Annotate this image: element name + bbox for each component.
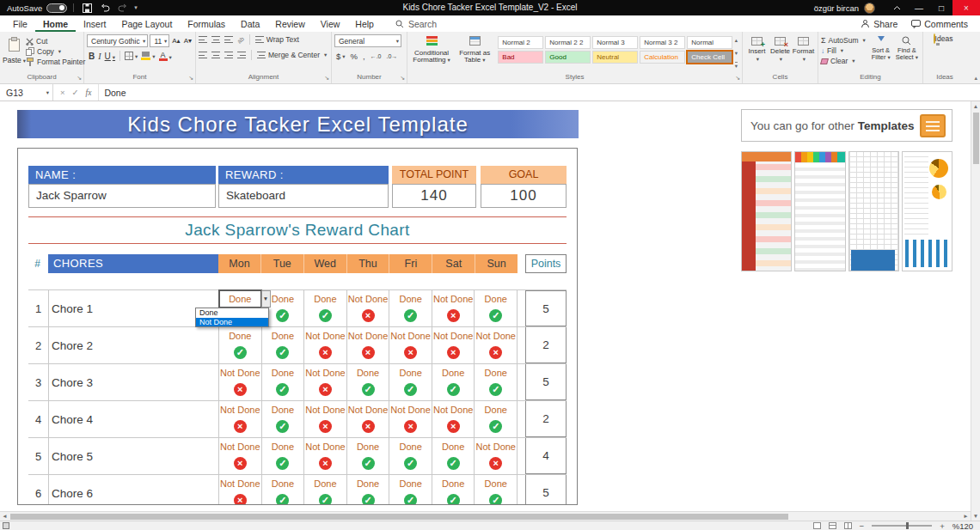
cut-button[interactable]: Cut	[26, 37, 85, 46]
chore-name-cell[interactable]: Chore 3	[48, 364, 218, 400]
scroll-left-arrow-icon[interactable]: ◄	[0, 512, 9, 521]
conditional-formatting-button[interactable]: Conditional Formatting▾	[410, 34, 453, 72]
status-cell[interactable]: Not Done×	[389, 327, 432, 363]
font-family-select[interactable]: Century Gothic▾	[87, 34, 148, 47]
template-thumbnail[interactable]	[741, 151, 792, 271]
save-button[interactable]	[80, 0, 94, 15]
cell-style-good[interactable]: Good	[545, 51, 591, 64]
gallery-up-button[interactable]: ▴	[735, 37, 738, 44]
cell-style-normal-2[interactable]: Normal 2	[498, 36, 543, 49]
sort-filter-button[interactable]: Sort & Filter▾	[868, 34, 894, 72]
chore-name-cell[interactable]: Chore 6	[48, 475, 218, 505]
restore-button[interactable]: □	[930, 0, 952, 15]
accounting-format-button[interactable]: $▾	[336, 52, 346, 61]
scroll-down-arrow-icon[interactable]: ▼	[971, 513, 980, 519]
status-cell[interactable]: Done✓	[389, 475, 432, 505]
collapse-ribbon-button[interactable]: ▴	[974, 75, 977, 82]
templates-link[interactable]: Templates	[858, 119, 915, 132]
tab-file[interactable]: File	[5, 15, 35, 32]
number-dialog-launcher[interactable]: ↘	[400, 73, 405, 82]
format-as-table-button[interactable]: Format as Table▾	[453, 34, 496, 72]
page-break-view-button[interactable]	[844, 522, 852, 529]
fill-button[interactable]: ↓Fill▾	[821, 46, 868, 55]
tab-view[interactable]: View	[313, 15, 348, 32]
undo-button[interactable]	[98, 0, 112, 15]
increase-decimal-button[interactable]: ←.0	[371, 53, 382, 59]
decrease-font-size-button[interactable]: A▾	[183, 37, 193, 45]
close-button[interactable]: ×	[952, 0, 980, 15]
copy-button[interactable]: Copy▾	[26, 47, 85, 56]
tab-review[interactable]: Review	[267, 15, 312, 32]
alignment-dialog-launcher[interactable]: ↘	[324, 73, 329, 82]
status-cell[interactable]: Not Done×	[218, 364, 261, 400]
comments-button[interactable]: Comments	[911, 19, 968, 29]
status-cell[interactable]: Done✓	[261, 438, 304, 474]
decrease-decimal-button[interactable]: .0→	[387, 53, 398, 59]
wrap-text-button[interactable]: Wrap Text	[255, 35, 299, 44]
scroll-right-arrow-icon[interactable]: ►	[961, 512, 971, 521]
name-box[interactable]: G13▾	[0, 84, 53, 101]
status-cell[interactable]: Done✓	[261, 364, 304, 400]
chore-name-cell[interactable]: Chore 1	[48, 290, 218, 326]
zoom-in-button[interactable]: +	[940, 521, 945, 530]
zoom-level[interactable]: %120	[952, 521, 973, 530]
status-cell[interactable]: Not Done×	[432, 290, 475, 326]
status-cell[interactable]: Done✓	[389, 438, 432, 474]
status-cell[interactable]: Done✓	[261, 401, 304, 437]
tab-help[interactable]: Help	[347, 15, 382, 32]
template-thumbnail[interactable]	[848, 151, 899, 271]
chore-name-cell[interactable]: Chore 5	[48, 438, 218, 474]
cell-style-normal-2-2[interactable]: Normal 2 2	[545, 36, 591, 49]
status-cell[interactable]: Done✓	[432, 364, 475, 400]
underline-button[interactable]: U▾	[105, 52, 116, 61]
validation-dropdown-button[interactable]: ▼	[261, 290, 271, 308]
status-cell[interactable]: Done✓	[218, 327, 261, 363]
status-cell[interactable]: Done✓	[303, 290, 346, 326]
format-painter-button[interactable]: Format Painter	[26, 58, 85, 66]
autosum-button[interactable]: ΣAutoSum▾	[821, 36, 868, 45]
tab-data[interactable]: Data	[233, 15, 267, 32]
status-cell[interactable]: Done✓	[474, 475, 518, 505]
status-cell[interactable]: Done✓	[474, 364, 518, 400]
clipboard-dialog-launcher[interactable]: ↘	[77, 73, 82, 82]
align-right-button[interactable]	[224, 52, 233, 58]
cell-style-normal-3[interactable]: Normal 3	[592, 36, 638, 49]
align-center-button[interactable]	[211, 52, 220, 58]
gallery-more-button[interactable]: ▾	[735, 62, 738, 70]
italic-button[interactable]: I	[98, 52, 101, 61]
search-box[interactable]: Search	[395, 19, 437, 29]
cancel-icon[interactable]: ×	[60, 88, 65, 97]
align-top-button[interactable]	[199, 36, 207, 43]
quick-access-caret-icon[interactable]: ▾	[134, 4, 138, 11]
status-cell[interactable]: Not Done×	[346, 401, 389, 437]
status-cell[interactable]: Not Done×	[346, 327, 389, 363]
paste-button[interactable]: Paste▾	[3, 34, 26, 72]
merge-center-button[interactable]: Merge & Center▾	[257, 51, 327, 59]
status-cell[interactable]: Not Done×	[474, 327, 518, 363]
align-left-button[interactable]	[199, 52, 207, 58]
redo-button[interactable]	[116, 0, 130, 15]
status-cell[interactable]: Not Done×	[303, 401, 346, 437]
status-cell[interactable]: Not Done×	[346, 290, 389, 326]
tab-home[interactable]: Home	[35, 15, 76, 32]
status-cell[interactable]: Done✓	[261, 475, 304, 505]
chore-name-cell[interactable]: Chore 4	[48, 401, 218, 437]
orientation-button[interactable]: ab	[236, 35, 245, 44]
find-select-button[interactable]: Find & Select▾	[894, 34, 920, 72]
styles-dialog-launcher[interactable]: ↘	[735, 73, 740, 82]
status-cell[interactable]: Done✓	[346, 475, 389, 505]
status-cell[interactable]: Done✓	[432, 438, 475, 474]
status-cell[interactable]: Not Done×	[218, 401, 261, 437]
cell-style-normal[interactable]: Normal	[687, 36, 732, 49]
user-name[interactable]: özgür bircan	[814, 3, 859, 13]
font-dialog-launcher[interactable]: ↘	[188, 73, 193, 82]
status-cell[interactable]: Done✓	[346, 364, 389, 400]
tab-formulas[interactable]: Formulas	[180, 15, 233, 32]
scroll-up-arrow-icon[interactable]: ▲	[971, 103, 980, 109]
dropdown-option-done[interactable]: Done	[196, 308, 268, 318]
number-format-select[interactable]: General▾	[334, 34, 401, 47]
status-cell[interactable]: Done✓	[346, 438, 389, 474]
vertical-scroll-thumb[interactable]	[973, 113, 979, 164]
status-cell[interactable]: Not Done×	[432, 401, 475, 437]
status-cell[interactable]: Done✓	[474, 401, 518, 437]
